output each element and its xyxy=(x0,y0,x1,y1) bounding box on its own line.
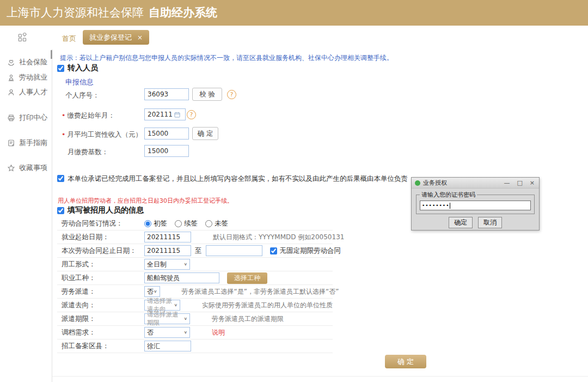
dialog-cancel-button[interactable]: 取消 xyxy=(478,217,502,228)
employment-start-input[interactable] xyxy=(144,232,191,242)
sidebar-item-favorites[interactable]: 收藏事项 xyxy=(7,162,47,173)
pay-start-month-input[interactable]: 202111 xyxy=(144,108,186,120)
salary-confirm-button[interactable]: 确 定 xyxy=(192,127,218,140)
dispatch-helper: 劳务派遣员工选择“是”，非劳务派遣员工默认选择“否” xyxy=(182,287,339,296)
dialog-window-controls: — □ × xyxy=(504,179,535,186)
occupation-input[interactable] xyxy=(144,272,219,283)
radio-renew-sign[interactable]: 续签 xyxy=(175,219,198,228)
sidebar-item-label: 劳动就业 xyxy=(19,72,47,82)
pay-start-help-icon[interactable]: ? xyxy=(187,110,196,119)
transfer-section-title: 转入人员 xyxy=(68,63,98,73)
sidebar-item-beginner-guide[interactable]: 新手指南 xyxy=(7,137,47,148)
person-icon xyxy=(7,88,15,96)
verify-button[interactable]: 校 验 xyxy=(192,88,222,101)
serial-help-icon[interactable]: ? xyxy=(227,90,236,99)
promise-row: 本单位承诺已经完成用工备案登记，并且以上所填写内容全部属实，如有不实以及由此产生… xyxy=(57,174,408,184)
contract-sign-radio-group: 初签 续签 未签 xyxy=(144,219,228,228)
chevron-down-icon: ∨ xyxy=(183,330,187,335)
dispatch-destination-label: 派遣去向： xyxy=(62,301,144,310)
form-row-dispatch: 劳务派遣： 否 ∨ 劳务派遣员工选择“是”，非劳务派遣员工默认选择“否” xyxy=(57,285,333,299)
close-tab-icon[interactable]: × xyxy=(137,34,143,41)
personal-serial-input[interactable] xyxy=(144,88,189,100)
dispatch-select[interactable]: 否 ∨ xyxy=(144,286,160,297)
sidebar-item-hr-talent[interactable]: 人事人才 xyxy=(7,87,47,98)
radio-first-sign[interactable]: 初签 xyxy=(144,219,167,228)
apps-grid-icon[interactable] xyxy=(17,33,27,43)
dialog-ok-button[interactable]: 确定 xyxy=(449,217,473,228)
app-title: 上海市人力资源和社会保障自助经办系统 xyxy=(7,0,217,26)
close-icon[interactable]: × xyxy=(530,179,535,186)
salary-input[interactable] xyxy=(144,128,189,140)
dispatch-destination-helper: 实际使用劳务派遣员工的用人单位的单位性质 xyxy=(202,301,333,310)
dispatch-term-select[interactable]: 请选择派遣期限 ∨ xyxy=(144,313,190,324)
form-row-dispatch-destination: 派遣去向： 请选择派遣去向 ∨ 实际使用劳务派遣员工的用人单位的单位性质 xyxy=(57,299,333,312)
form-row-file-need: 调档需求： 否 ∨ 说明 xyxy=(57,326,333,339)
form-row-work-form: 用工形式： 全日制 ∨ xyxy=(57,258,333,271)
pay-base-label: 月缴费基数： xyxy=(68,148,108,157)
sidebar-item-label: 收藏事项 xyxy=(19,163,47,173)
sidebar: 社会保险 劳动就业 人事人才 打印中心 xyxy=(0,49,52,382)
recruit-section-title: 填写被招用人员的信息 xyxy=(68,205,144,215)
sidebar-item-print-center[interactable]: 打印中心 xyxy=(7,112,47,123)
auth-dialog-titlebar[interactable]: 业务授权 — □ × xyxy=(412,178,539,189)
occupation-label: 职业工种： xyxy=(62,274,144,283)
pay-start-label: •缴费起始年月： xyxy=(62,111,115,120)
work-form-label: 用工形式： xyxy=(62,260,144,269)
contract-start-input[interactable] xyxy=(144,245,191,256)
required-marker: • xyxy=(62,111,65,119)
open-ended-contract-option[interactable]: 无固定期限劳动合同 xyxy=(270,246,341,256)
minimize-icon[interactable]: — xyxy=(504,179,510,186)
dispatch-term-helper: 劳务派遣员工的派遣期限 xyxy=(212,314,284,324)
worker-icon xyxy=(7,74,15,82)
certificate-password-legend: 请输入您的证书密码 xyxy=(420,191,477,199)
chevron-down-icon: ∨ xyxy=(183,262,187,266)
submit-button[interactable]: 确 定 xyxy=(385,355,426,368)
sidebar-item-labor-employment[interactable]: 劳动就业 xyxy=(7,72,47,83)
sidebar-item-label: 打印中心 xyxy=(19,113,47,123)
work-form-select[interactable]: 全日制 ∨ xyxy=(144,259,190,270)
radio-not-signed[interactable]: 未签 xyxy=(205,219,228,228)
tab-employment-registration[interactable]: 就业参保登记 × xyxy=(83,30,149,45)
tab-home[interactable]: 首页 xyxy=(62,34,76,44)
contract-range-label: 本次劳动合同起止日期： xyxy=(62,246,144,256)
dispatch-destination-select[interactable]: 请选择派遣去向 ∨ xyxy=(144,300,180,311)
chevron-down-icon: ∨ xyxy=(154,289,157,294)
radio-first-sign-input[interactable] xyxy=(144,220,151,227)
form-row-occupation: 职业工种： 选择工种 xyxy=(57,271,333,285)
pay-base-input[interactable] xyxy=(144,145,189,157)
open-ended-contract-checkbox[interactable] xyxy=(270,247,277,254)
form-row-dispatch-term: 派遣期限： 请选择派遣期限 ∨ 劳务派遣员工的派遣期限 xyxy=(57,312,333,326)
dispatch-label: 劳务派遣： xyxy=(62,287,144,296)
calendar-icon[interactable] xyxy=(174,112,183,118)
contract-sign-label: 劳动合同签订情况： xyxy=(62,219,144,228)
file-need-label: 调档需求： xyxy=(62,328,144,337)
recruit-section-checkbox[interactable] xyxy=(57,207,64,214)
contract-end-input[interactable] xyxy=(206,245,262,256)
certificate-password-input[interactable]: •••••••• xyxy=(420,201,531,210)
form-row-contract-range: 本次劳动合同起止日期： 至 无固定期限劳动合同 xyxy=(57,244,333,258)
tab-bar: 首页 就业参保登记 × xyxy=(0,26,588,50)
recruit-form-table: 劳动合同签订情况： 初签 续签 未签 就业起始日期： 默认日期格式：Y xyxy=(57,217,333,353)
dialog-button-row: 确定 取消 xyxy=(412,217,539,228)
report-info-link[interactable]: 申报信息 xyxy=(65,77,94,87)
app-header: 上海市人力资源和社会保障自助经办系统 xyxy=(0,0,588,26)
sidebar-item-social-insurance[interactable]: 社会保险 xyxy=(7,57,47,68)
sidebar-item-label: 社会保险 xyxy=(19,57,47,67)
hands-heart-icon xyxy=(7,58,15,66)
sidebar-scrollbar-thumb[interactable] xyxy=(51,50,52,59)
auth-dialog: 业务授权 — □ × 请输入您的证书密码 •••••••• 确定 取消 xyxy=(411,177,540,231)
guide-doc-icon xyxy=(7,139,15,147)
district-input[interactable] xyxy=(144,341,191,351)
chevron-down-icon: ∨ xyxy=(183,317,187,321)
radio-renew-sign-input[interactable] xyxy=(175,220,182,227)
maximize-icon[interactable]: □ xyxy=(517,179,522,186)
transfer-section-checkbox[interactable] xyxy=(57,65,64,72)
certificate-password-fieldset: 请输入您的证书密码 •••••••• xyxy=(416,191,535,214)
explanation-link[interactable]: 说明 xyxy=(212,328,225,337)
promise-checkbox[interactable] xyxy=(57,175,64,182)
form-row-district: 招工备案区县： xyxy=(57,339,333,353)
certificate-app-icon xyxy=(415,180,420,186)
file-need-select[interactable]: 否 ∨ xyxy=(144,327,190,338)
select-occupation-button[interactable]: 选择工种 xyxy=(227,272,267,284)
radio-not-signed-input[interactable] xyxy=(205,220,212,227)
